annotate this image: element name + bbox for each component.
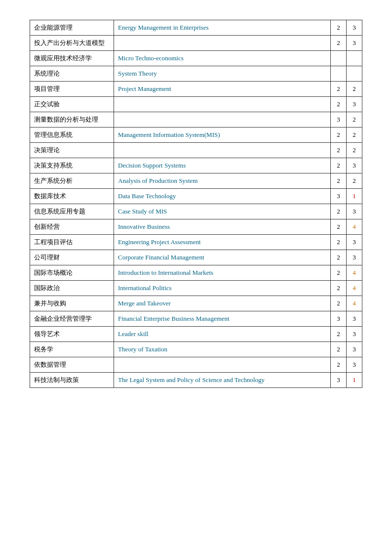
- table-row: 测量数据的分析与处理32: [30, 112, 362, 128]
- semester: 4: [347, 219, 362, 235]
- chinese-name: 国际政治: [30, 281, 114, 296]
- table-row: 生产系统分析Analysis of Production System22: [30, 173, 362, 189]
- credit-hours: [331, 66, 347, 82]
- chinese-name: 公司理财: [30, 250, 114, 265]
- english-name: [114, 97, 331, 112]
- english-name: Corporate Financial Management: [114, 250, 331, 265]
- credit-hours: 2: [331, 128, 347, 143]
- english-name: Introduction to International Markets: [114, 265, 331, 281]
- chinese-name: 生产系统分析: [30, 173, 114, 189]
- semester: 3: [347, 20, 362, 36]
- chinese-name: 项目管理: [30, 82, 114, 97]
- chinese-name: 领导艺术: [30, 327, 114, 342]
- table-row: 创新经营Innovative Business24: [30, 219, 362, 235]
- semester: 2: [347, 128, 362, 143]
- chinese-name: 企业能源管理: [30, 20, 114, 36]
- table-row: 信息系统应用专题Case Study of MIS23: [30, 204, 362, 219]
- english-name: International Politics: [114, 281, 331, 296]
- semester: 3: [347, 235, 362, 250]
- table-row: 决策理论22: [30, 143, 362, 158]
- credit-hours: 3: [331, 189, 347, 204]
- semester: 3: [347, 357, 362, 373]
- credit-hours: 2: [331, 235, 347, 250]
- credit-hours: [331, 51, 347, 66]
- semester: 2: [347, 112, 362, 128]
- credit-hours: 2: [331, 250, 347, 265]
- english-name: Energy Management in Enterprises: [114, 20, 331, 36]
- english-name: Financial Enterprise Business Management: [114, 311, 331, 327]
- credit-hours: 2: [331, 97, 347, 112]
- english-name: Leader skill: [114, 327, 331, 342]
- table-row: 数据库技术Data Base Technology31: [30, 189, 362, 204]
- table-row: 决策支持系统Decision Support Systems23: [30, 158, 362, 173]
- english-name: [114, 112, 331, 128]
- chinese-name: 决策理论: [30, 143, 114, 158]
- english-name: Merge and Takeover: [114, 296, 331, 311]
- credit-hours: 3: [331, 112, 347, 128]
- chinese-name: 国际市场概论: [30, 265, 114, 281]
- english-name: [114, 36, 331, 51]
- credit-hours: 2: [331, 327, 347, 342]
- table-row: 投入产出分析与大道模型23: [30, 36, 362, 51]
- english-name: Theory of Taxation: [114, 342, 331, 357]
- english-name: Decision Support Systems: [114, 158, 331, 173]
- table-row: 企业能源管理Energy Management in Enterprises23: [30, 20, 362, 36]
- english-name: Micro Techno-economics: [114, 51, 331, 66]
- table-row: 科技法制与政策The Legal System and Policy of Sc…: [30, 373, 362, 388]
- credit-hours: 2: [331, 296, 347, 311]
- chinese-name: 创新经营: [30, 219, 114, 235]
- semester: 4: [347, 281, 362, 296]
- table-row: 项目管理Project Management22: [30, 82, 362, 97]
- english-name: The Legal System and Policy of Science a…: [114, 373, 331, 388]
- course-table: 企业能源管理Energy Management in Enterprises23…: [30, 20, 362, 388]
- chinese-name: 微观应用技术经济学: [30, 51, 114, 66]
- credit-hours: 2: [331, 173, 347, 189]
- semester: 4: [347, 265, 362, 281]
- credit-hours: 3: [331, 311, 347, 327]
- table-row: 微观应用技术经济学Micro Techno-economics: [30, 51, 362, 66]
- english-name: System Theory: [114, 66, 331, 82]
- chinese-name: 正交试验: [30, 97, 114, 112]
- semester: 3: [347, 36, 362, 51]
- semester: 3: [347, 327, 362, 342]
- english-name: Analysis of Production System: [114, 173, 331, 189]
- semester: 4: [347, 296, 362, 311]
- english-name: [114, 357, 331, 373]
- chinese-name: 依数据管理: [30, 357, 114, 373]
- english-name: Project Management: [114, 82, 331, 97]
- semester: 2: [347, 82, 362, 97]
- semester: 1: [347, 189, 362, 204]
- table-row: 正交试验23: [30, 97, 362, 112]
- semester: 2: [347, 173, 362, 189]
- english-name: Management Information System(MIS): [114, 128, 331, 143]
- chinese-name: 税务学: [30, 342, 114, 357]
- semester: 3: [347, 250, 362, 265]
- credit-hours: 2: [331, 82, 347, 97]
- credit-hours: 2: [331, 158, 347, 173]
- semester: 3: [347, 158, 362, 173]
- table-row: 金融企业经营管理学Financial Enterprise Business M…: [30, 311, 362, 327]
- semester: 2: [347, 143, 362, 158]
- chinese-name: 管理信息系统: [30, 128, 114, 143]
- credit-hours: 2: [331, 265, 347, 281]
- credit-hours: 2: [331, 36, 347, 51]
- table-row: 依数据管理23: [30, 357, 362, 373]
- english-name: [114, 143, 331, 158]
- chinese-name: 工程项目评估: [30, 235, 114, 250]
- credit-hours: 2: [331, 20, 347, 36]
- chinese-name: 数据库技术: [30, 189, 114, 204]
- table-row: 税务学Theory of Taxation23: [30, 342, 362, 357]
- credit-hours: 2: [331, 357, 347, 373]
- chinese-name: 测量数据的分析与处理: [30, 112, 114, 128]
- chinese-name: 系统理论: [30, 66, 114, 82]
- table-row: 领导艺术Leader skill23: [30, 327, 362, 342]
- table-row: 系统理论System Theory: [30, 66, 362, 82]
- chinese-name: 科技法制与政策: [30, 373, 114, 388]
- credit-hours: 2: [331, 143, 347, 158]
- table-row: 国际市场概论Introduction to International Mark…: [30, 265, 362, 281]
- chinese-name: 信息系统应用专题: [30, 204, 114, 219]
- table-row: 工程项目评估Engineering Project Assessment23: [30, 235, 362, 250]
- semester: 3: [347, 311, 362, 327]
- chinese-name: 投入产出分析与大道模型: [30, 36, 114, 51]
- chinese-name: 金融企业经营管理学: [30, 311, 114, 327]
